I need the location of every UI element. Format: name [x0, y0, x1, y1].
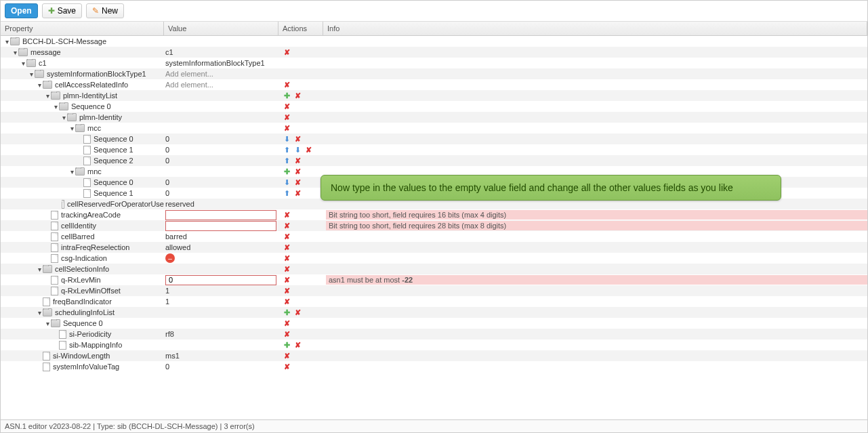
header-property[interactable]: Property	[1, 22, 164, 35]
tree-row[interactable]: freqBandIndicator1✘	[1, 296, 867, 307]
tree-row[interactable]: ▾BCCH-DL-SCH-Message	[1, 36, 867, 47]
tree-row[interactable]: intraFreqReselectionallowed✘	[1, 242, 867, 253]
delete-icon[interactable]: ✘	[293, 157, 302, 165]
tree-row[interactable]: si-WindowLengthms1✘	[1, 350, 867, 361]
delete-icon[interactable]: ✘	[293, 178, 302, 186]
delete-icon[interactable]: ✘	[283, 265, 291, 273]
delete-icon[interactable]: ✘	[283, 222, 291, 230]
node-label: message	[30, 48, 61, 56]
open-button[interactable]: Open	[5, 3, 38, 18]
tree-row[interactable]: ▾messagec1✘	[1, 47, 867, 58]
value-cell	[164, 275, 278, 285]
expand-toggle[interactable]: ▾	[44, 320, 51, 327]
value-input[interactable]	[165, 210, 276, 220]
delete-icon[interactable]: ✘	[283, 319, 291, 327]
header-value[interactable]: Value	[164, 22, 278, 35]
tree-row[interactable]: ▾plmn-IdentityList✚✘	[1, 90, 867, 101]
expand-toggle[interactable]: ▾	[12, 49, 18, 56]
delete-icon[interactable]: ✘	[283, 113, 291, 121]
tree-row[interactable]: ▾plmn-Identity✘	[1, 112, 867, 123]
delete-icon[interactable]: ✘	[283, 211, 291, 219]
tree-row[interactable]: trackingAreaCode✘Bit string too short, f…	[1, 209, 867, 220]
tree-row[interactable]: ▾mcc✘	[1, 123, 867, 133]
property-cell: Sequence 1	[1, 146, 164, 154]
delete-icon[interactable]: ✘	[304, 146, 312, 154]
expand-toggle[interactable]: ▾	[28, 70, 35, 78]
delete-icon[interactable]: ✘	[283, 297, 291, 306]
tree-row[interactable]: q-RxLevMinOffset1✘	[1, 285, 867, 296]
tree-row[interactable]: sib-MappingInfo✚✘	[1, 339, 867, 350]
expand-toggle[interactable]: ▾	[68, 125, 75, 132]
add-icon[interactable]: ✚	[283, 167, 291, 176]
delete-icon[interactable]: ✘	[283, 102, 291, 110]
tree-row[interactable]: ▾Sequence 0✘	[1, 101, 867, 112]
move-up-icon[interactable]: ⬆	[283, 189, 291, 197]
move-down-icon[interactable]: ⬇	[293, 146, 302, 154]
delete-icon[interactable]: ✘	[283, 124, 291, 132]
node-label: BCCH-DL-SCH-Message	[22, 37, 106, 45]
header-actions[interactable]: Actions	[278, 22, 323, 35]
expand-toggle[interactable]: ▾	[36, 81, 43, 89]
tree-row[interactable]: cellIdentity✘Bit string too short, field…	[1, 220, 867, 231]
value-cell: allowed	[164, 243, 278, 251]
expand-toggle[interactable]: ▾	[20, 60, 26, 67]
expand-toggle[interactable]: ▾	[3, 38, 10, 45]
add-icon[interactable]: ✚	[283, 308, 291, 316]
expand-toggle[interactable]: ▾	[36, 309, 43, 316]
node-label: cellReservedForOperatorUse	[67, 200, 164, 208]
delete-icon[interactable]: ✘	[283, 81, 291, 89]
add-icon[interactable]: ✚	[283, 91, 291, 100]
move-down-icon[interactable]: ⬇	[283, 178, 291, 186]
new-button[interactable]: ✎ New	[86, 3, 124, 18]
expand-toggle[interactable]: ▾	[36, 266, 43, 273]
file-icon	[62, 200, 64, 209]
delete-icon[interactable]: ✘	[293, 135, 302, 143]
move-up-icon[interactable]: ⬆	[283, 157, 291, 165]
delete-icon[interactable]: ✘	[283, 287, 291, 295]
delete-icon[interactable]: ✘	[283, 330, 291, 338]
tree-row[interactable]: systemInfoValueTag0✘	[1, 361, 867, 372]
tree-row[interactable]: ▾systemInformationBlockType1Add element.…	[1, 68, 867, 79]
delete-icon[interactable]: ✘	[283, 276, 291, 284]
save-label: Save	[58, 6, 76, 16]
delete-icon[interactable]: ✘	[283, 232, 291, 241]
tree-row[interactable]: ▾c1systemInformationBlockType1	[1, 58, 867, 68]
delete-icon[interactable]: ✘	[283, 243, 291, 251]
delete-icon[interactable]: ✘	[283, 254, 291, 262]
tree-row[interactable]: ▾cellAccessRelatedInfoAdd element...✘	[1, 79, 867, 90]
value-input[interactable]	[165, 221, 276, 231]
tree-row[interactable]: Sequence 00⬇✘	[1, 133, 867, 144]
tree-row[interactable]: si-Periodicityrf8✘	[1, 329, 867, 339]
save-button[interactable]: ✚ Save	[42, 3, 82, 18]
value-input[interactable]	[165, 275, 276, 285]
node-label: q-RxLevMinOffset	[61, 287, 121, 295]
tree-row[interactable]: q-RxLevMin✘asn1 must be at most -22	[1, 274, 867, 285]
tree-row[interactable]: ▾cellSelectionInfo✘	[1, 264, 867, 274]
node-label: mnc	[87, 167, 102, 176]
tree-row[interactable]: ▾Sequence 0✘	[1, 318, 867, 329]
header-info[interactable]: Info	[323, 22, 867, 35]
add-icon[interactable]: ✚	[283, 341, 291, 349]
actions-cell: ✘	[278, 113, 323, 121]
delete-icon[interactable]: ✘	[293, 91, 302, 100]
tree-row[interactable]: Sequence 20⬆✘	[1, 155, 867, 166]
expand-toggle[interactable]: ▾	[68, 168, 75, 176]
expand-toggle[interactable]: ▾	[52, 103, 59, 110]
new-label: New	[102, 6, 118, 16]
tree-row[interactable]: ▾schedulingInfoList✚✘	[1, 307, 867, 318]
expand-toggle[interactable]: ▾	[60, 114, 67, 121]
delete-icon[interactable]: ✘	[293, 308, 302, 316]
tree-row[interactable]: csg-Indication–✘	[1, 253, 867, 264]
delete-icon[interactable]: ✘	[293, 341, 302, 349]
delete-icon[interactable]: ✘	[293, 189, 302, 197]
delete-icon[interactable]: ✘	[283, 48, 291, 56]
delete-icon[interactable]: ✘	[293, 167, 302, 176]
move-down-icon[interactable]: ⬇	[283, 135, 291, 143]
delete-icon[interactable]: ✘	[283, 352, 291, 360]
property-cell: sib-MappingInfo	[1, 341, 164, 350]
tree-row[interactable]: Sequence 10⬆⬇✘	[1, 144, 867, 155]
tree-row[interactable]: cellBarredbarred✘	[1, 231, 867, 242]
expand-toggle[interactable]: ▾	[44, 92, 51, 100]
delete-icon[interactable]: ✘	[283, 363, 291, 371]
move-up-icon[interactable]: ⬆	[283, 146, 291, 154]
